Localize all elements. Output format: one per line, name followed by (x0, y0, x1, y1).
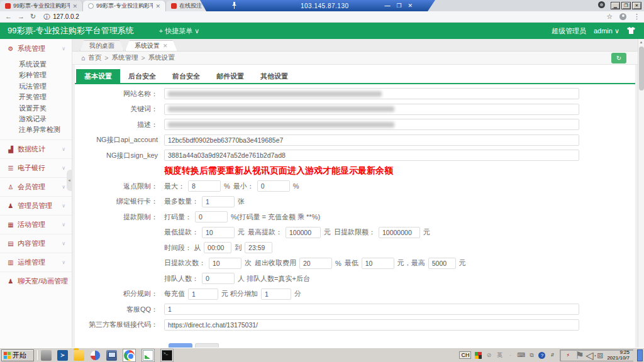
vertical-scrollbar[interactable]: ▲ (638, 39, 644, 348)
queue-count-input[interactable] (202, 273, 235, 284)
time-from-input[interactable] (204, 242, 231, 253)
tab-close-icon[interactable]: ✕ (72, 3, 77, 9)
devices-icon[interactable] (41, 350, 52, 361)
start-button[interactable]: 开始 (1, 349, 34, 361)
sidebar-group-运维管理[interactable]: ▥运维管理∨ (0, 253, 72, 272)
antivirus-icon[interactable]: ⚡ (564, 353, 572, 358)
forward-icon[interactable]: → (18, 13, 25, 21)
site-info-icon[interactable]: ⓘ (43, 13, 50, 21)
chrome-icon[interactable] (124, 350, 135, 361)
action-center-flag-icon[interactable]: ⚑ (575, 349, 582, 361)
fee-max-input[interactable] (428, 258, 456, 269)
keyboard-icon[interactable]: ⌨ (517, 352, 525, 358)
sidebar-item-开奖管理[interactable]: 开奖管理 (0, 92, 72, 102)
sidebar-item-设置开奖[interactable]: 设置开奖 (0, 103, 72, 114)
sidebar-item-系统设置[interactable]: 系统设置 (0, 59, 72, 70)
theme-shirt-icon[interactable] (627, 27, 635, 35)
ime-mode-indicator[interactable]: 英 (496, 351, 503, 359)
max-withdraw-input[interactable] (286, 227, 321, 238)
network-icon[interactable]: ⧈ (596, 349, 604, 361)
reset-button[interactable] (195, 343, 219, 348)
min-withdraw-input[interactable] (202, 227, 235, 238)
refresh-icon[interactable]: ↻ (30, 13, 36, 21)
keywords-input[interactable] (164, 104, 579, 115)
address-bar[interactable]: 127.0.0.2 (53, 13, 79, 20)
bankcard-max-input[interactable] (202, 196, 235, 207)
submit-button[interactable] (169, 343, 192, 348)
taskbar-clock[interactable]: 9:25 2021/10/7 (607, 349, 630, 361)
time-to-input[interactable] (245, 242, 272, 253)
sidebar-group-系统管理[interactable]: ⚙系统管理∨ (0, 39, 72, 58)
window-minimize-button[interactable]: ▁ (611, 2, 620, 9)
rdp-restore-button[interactable]: ❐ (396, 3, 401, 9)
sidebar-group-聊天室/动画管理[interactable]: ♟聊天室/动画管理∨ (0, 272, 72, 290)
refresh-page-button[interactable]: ↻ (611, 53, 626, 63)
rebate-max-input[interactable] (188, 180, 221, 192)
recharge-per-input[interactable] (188, 288, 218, 300)
tab-close-icon[interactable]: ✕ (163, 41, 168, 51)
window-close-button[interactable]: ✕ (632, 2, 641, 9)
sidebar-group-管理员管理[interactable]: ♟管理员管理∨ (0, 196, 72, 215)
app-frame-editor[interactable] (142, 349, 155, 362)
sidebar-group-活动管理[interactable]: ▦活动管理∨ (0, 215, 72, 234)
window-restore-button[interactable]: ❐ (621, 2, 631, 9)
sign-key-input[interactable] (164, 150, 579, 161)
quick-menu-button[interactable]: + 快捷菜单 ∨ (159, 26, 200, 36)
sidebar-group-数据统计[interactable]: ▟数据统计∨ (0, 140, 72, 158)
pen-icon[interactable]: · (506, 352, 514, 358)
remote-icon[interactable] (106, 350, 117, 361)
page-tab-系统设置[interactable]: 系统设置✕ (125, 40, 177, 51)
rebate-min-input[interactable] (257, 180, 290, 192)
sidebar-collapse-handle[interactable]: ◂ (67, 170, 72, 191)
sidebar-item-注单异常检测[interactable]: 注单异常检测 (0, 124, 72, 135)
extension-icon[interactable] (598, 1, 605, 8)
arrows-icon[interactable]: ⇵ (548, 353, 556, 358)
settings-tab-邮件设置[interactable]: 邮件设置 (208, 69, 252, 83)
scroll-up-icon[interactable]: ▲ (638, 39, 644, 45)
sidebar-group-电子银行[interactable]: ☰电子银行∨ (0, 158, 72, 177)
bookmark-star-icon[interactable]: ☆ (606, 13, 613, 21)
editor-icon[interactable] (143, 350, 153, 361)
breadcrumb-item-首页[interactable]: 首页 (88, 53, 101, 62)
rdp-close-button[interactable]: ✕ (408, 3, 413, 9)
browser-tab[interactable]: 99彩票-专业投注购彩平台✕ (0, 1, 83, 11)
user-menu[interactable]: admin ∨ (594, 27, 619, 35)
powershell-icon[interactable]: ≻ (57, 350, 68, 361)
sidebar-item-彩种管理[interactable]: 彩种管理 (0, 70, 72, 80)
app-frame-cmd[interactable]: >_ (160, 349, 174, 362)
sidebar-item-游戏记录[interactable]: 游戏记录 (0, 114, 72, 124)
settings-tab-后台安全[interactable]: 后台安全 (120, 69, 164, 83)
description-input[interactable] (164, 119, 579, 130)
tab-close-icon[interactable]: ✕ (155, 3, 160, 9)
browser-menu-icon[interactable]: ⋮ (633, 13, 640, 21)
monitor-icon[interactable]: ⧉ (528, 352, 535, 359)
browser-tab[interactable]: 99彩票-专业投注购彩平台管理系✕ (83, 1, 166, 11)
breadcrumb-item-系统管理[interactable]: 系统管理 (111, 53, 138, 62)
folder-icon[interactable] (74, 350, 84, 361)
third-party-link-input[interactable] (164, 319, 579, 331)
fee-min-input[interactable] (362, 258, 394, 269)
app-circle-icon[interactable] (90, 350, 101, 361)
daily-withdraw-times-input[interactable] (209, 258, 242, 269)
volume-icon[interactable]: ◁· (586, 349, 593, 361)
sidebar-group-会员管理[interactable]: ♙会员管理∨ (0, 177, 72, 196)
settings-tab-前台安全[interactable]: 前台安全 (164, 69, 208, 83)
profile-avatar-icon[interactable] (619, 13, 626, 20)
settings-tab-其他设置[interactable]: 其他设置 (252, 69, 296, 83)
app-frame-chrome[interactable] (123, 349, 136, 362)
blocked-icon[interactable]: ⊘ (485, 352, 492, 358)
language-indicator[interactable]: CH (459, 351, 471, 359)
back-icon[interactable]: ← (5, 13, 12, 21)
qq-input[interactable] (164, 304, 579, 315)
settings-tab-基本设置[interactable]: 基本设置 (76, 69, 120, 83)
sidebar-item-玩法管理[interactable]: 玩法管理 (0, 81, 72, 92)
page-tab-我的桌面[interactable]: 我的桌面 (80, 40, 124, 51)
api-account-input[interactable] (164, 134, 579, 146)
turnover-input[interactable] (195, 211, 228, 222)
pin-icon[interactable] (230, 2, 238, 10)
excess-fee-input[interactable] (299, 258, 332, 269)
show-desktop-button[interactable] (637, 349, 643, 361)
sidebar-group-内容管理[interactable]: ▤内容管理∨ (0, 234, 72, 253)
site-name-input[interactable] (164, 88, 579, 99)
ime-grid-icon[interactable] (475, 352, 482, 359)
